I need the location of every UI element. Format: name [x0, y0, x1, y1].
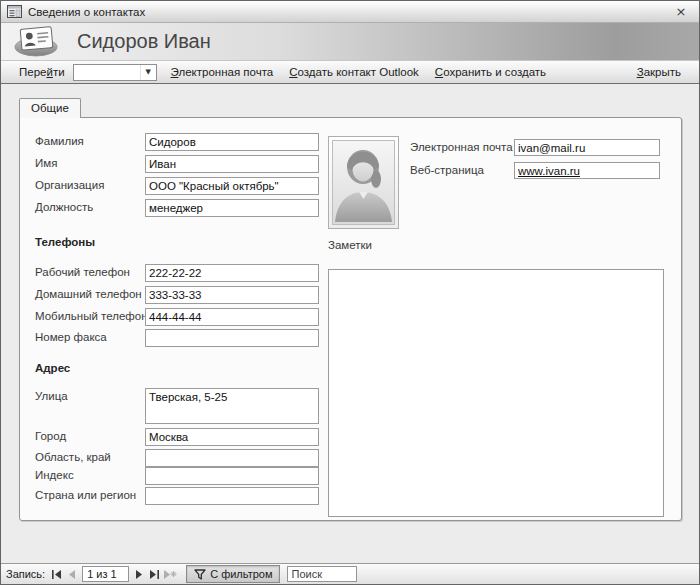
filter-funnel-icon [194, 569, 206, 580]
region-input[interactable] [145, 449, 319, 467]
save-and-new-button[interactable]: Сохранить и создать [435, 66, 546, 78]
page-title: Сидоров Иван [77, 30, 211, 53]
tab-general[interactable]: Общие [19, 98, 81, 118]
close-form-button[interactable]: Закрыть [637, 66, 681, 78]
contact-photo-frame [328, 136, 399, 229]
record-navigation-bar: Запись: 1 из 1 С фильтром [1, 563, 699, 584]
create-outlook-contact-button[interactable]: Создать контакт Outlook [289, 66, 419, 78]
email-action-button[interactable]: Электронная почта [171, 66, 274, 78]
job-title-input[interactable] [145, 199, 319, 217]
region-label: Область, край [35, 451, 111, 463]
phones-section-header: Телефоны [35, 236, 95, 248]
form-window-icon [7, 5, 22, 18]
search-input[interactable] [287, 566, 357, 582]
close-icon[interactable]: × [669, 4, 693, 19]
window-title: Сведения о контактах [28, 6, 669, 18]
country-label: Страна или регион [35, 489, 136, 501]
home-phone-input[interactable] [145, 286, 319, 304]
address-section-header: Адрес [35, 362, 70, 374]
goto-button[interactable]: Перейти [19, 66, 65, 78]
first-name-label: Имя [35, 157, 57, 169]
email-input[interactable] [514, 139, 660, 156]
form-toolbar: Перейти ▼ Электронная почта Создать конт… [1, 61, 699, 84]
form-header: Сидоров Иван [1, 23, 699, 61]
web-page-label: Веб-страница [410, 164, 484, 176]
contact-card-icon [13, 25, 63, 58]
fax-label: Номер факса [35, 331, 107, 343]
first-record-icon[interactable] [49, 566, 64, 582]
goto-combobox[interactable]: ▼ [73, 64, 157, 81]
work-phone-input[interactable] [145, 264, 319, 282]
filter-status-label: С фильтром [210, 568, 272, 580]
last-name-input[interactable] [145, 133, 319, 151]
notes-label: Заметки [328, 239, 372, 251]
general-tab-panel: Фамилия Имя Организация Должность Телефо… [19, 117, 682, 521]
chevron-down-icon[interactable]: ▼ [140, 65, 156, 80]
city-label: Город [35, 430, 66, 442]
mobile-phone-input[interactable] [145, 308, 319, 326]
last-name-label: Фамилия [35, 135, 84, 147]
contact-details-window: Сведения о контактах × Сидоров Иван Пере [0, 0, 700, 585]
record-position-box[interactable]: 1 из 1 [82, 566, 129, 582]
title-bar: Сведения о контактах × [1, 1, 699, 23]
new-record-icon[interactable] [162, 566, 177, 582]
postal-code-label: Индекс [35, 469, 74, 481]
goto-combobox-value [74, 65, 140, 80]
person-silhouette-icon [333, 141, 394, 222]
previous-record-icon[interactable] [64, 566, 79, 582]
mobile-phone-label: Мобильный телефон [35, 310, 148, 322]
web-page-input[interactable] [514, 162, 660, 179]
contact-photo [332, 140, 395, 225]
last-record-icon[interactable] [147, 566, 162, 582]
organization-label: Организация [35, 179, 104, 191]
postal-code-input[interactable] [145, 467, 319, 485]
notes-textarea[interactable] [328, 269, 664, 517]
city-input[interactable] [145, 428, 319, 446]
country-input[interactable] [145, 487, 319, 505]
home-phone-label: Домашний телефон [35, 288, 142, 300]
next-record-icon[interactable] [132, 566, 147, 582]
filter-status-button[interactable]: С фильтром [186, 565, 280, 583]
work-phone-label: Рабочий телефон [35, 266, 130, 278]
street-label: Улица [35, 390, 68, 402]
job-title-label: Должность [35, 201, 93, 213]
organization-input[interactable] [145, 177, 319, 195]
first-name-input[interactable] [145, 155, 319, 173]
street-textarea[interactable]: Тверская, 5-25 [145, 388, 319, 424]
email-label: Электронная почта [410, 141, 513, 153]
fax-input[interactable] [145, 329, 319, 347]
record-label: Запись: [6, 568, 45, 580]
